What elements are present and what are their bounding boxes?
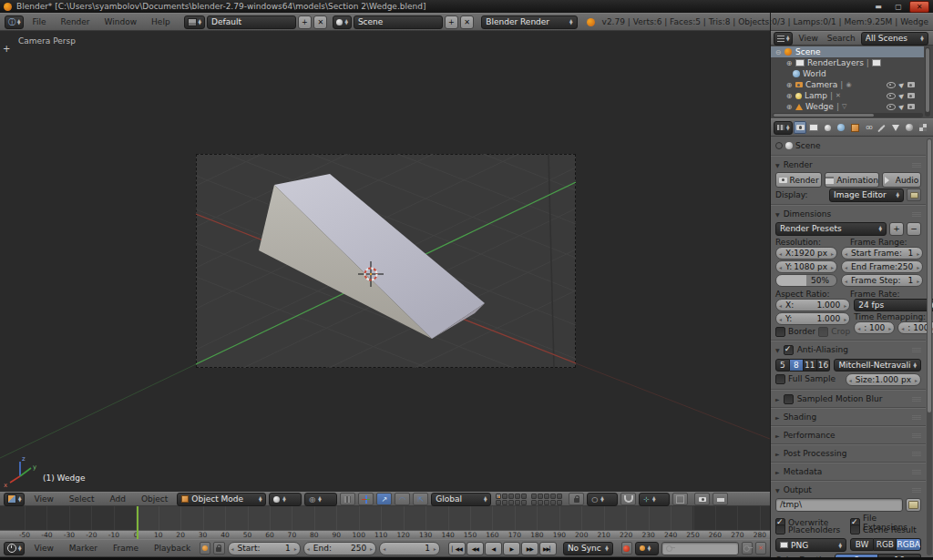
remap-old-field[interactable]: : 100: [854, 321, 895, 334]
menu-playback[interactable]: Playback: [148, 542, 197, 555]
manipulator-rotate-button[interactable]: ◠: [395, 493, 410, 505]
editor-type-info-button[interactable]: ⓘ: [5, 15, 24, 29]
tab-constraints[interactable]: oo: [862, 121, 875, 134]
restrict-select-icon[interactable]: ▶: [897, 80, 906, 89]
layer-toggle[interactable]: [538, 494, 543, 499]
pivot-align-toggle[interactable]: [340, 493, 355, 505]
add-scene-button[interactable]: +: [445, 15, 458, 29]
delete-keyframe-button[interactable]: ✕: [755, 542, 766, 555]
placeholders-checkbox[interactable]: [775, 524, 785, 535]
layer-toggle[interactable]: [502, 500, 508, 505]
tab-scene[interactable]: [821, 121, 834, 134]
menu-select[interactable]: Select: [63, 493, 101, 506]
color-mode-bw[interactable]: BW: [850, 538, 874, 551]
frame-step-field[interactable]: Frame Step:1: [841, 274, 923, 287]
outliner-item-lamp[interactable]: Lamp | ✕ ▶: [771, 90, 924, 101]
play-button[interactable]: ▶: [503, 542, 520, 555]
tab-object[interactable]: [848, 121, 861, 134]
outliner-item-world[interactable]: World: [771, 68, 924, 79]
panel-header-render[interactable]: Render: [775, 159, 921, 170]
snap-element-select[interactable]: ⊹: [639, 493, 670, 506]
editor-type-timeline-button[interactable]: [4, 542, 25, 555]
scene-icon-button[interactable]: [333, 15, 351, 29]
layer-toggle[interactable]: [531, 494, 537, 499]
opengl-render-anim-button[interactable]: [713, 493, 728, 505]
wedge-object[interactable]: [259, 174, 485, 339]
full-sample-checkbox[interactable]: [775, 374, 785, 384]
restrict-view-icon[interactable]: [887, 104, 896, 110]
snap-toggle[interactable]: [620, 493, 636, 505]
restrict-render-icon[interactable]: [907, 93, 915, 98]
panel-header-performance[interactable]: Performance: [775, 430, 921, 441]
pin-icon[interactable]: [775, 142, 783, 149]
layer-toggle[interactable]: [508, 494, 514, 499]
timeline-ruler[interactable]: -50-40-30-20-100102030405060708090100110…: [0, 530, 770, 539]
layer-toggle[interactable]: [531, 500, 537, 505]
mode-select[interactable]: Object Mode: [177, 493, 266, 506]
layer-toggle[interactable]: [496, 500, 501, 505]
jump-to-start-button[interactable]: ▏◀◀: [448, 542, 466, 555]
tab-texture[interactable]: [917, 121, 929, 134]
menu-file[interactable]: File: [26, 15, 52, 29]
render-engine-select[interactable]: Blender Render: [481, 15, 577, 29]
add-preset-button[interactable]: +: [889, 222, 904, 236]
layer-toggle[interactable]: [502, 494, 508, 499]
layer-toggle[interactable]: [521, 494, 527, 499]
expander-icon[interactable]: [785, 103, 793, 111]
output-path-field[interactable]: /tmp\: [775, 498, 903, 512]
end-frame-field[interactable]: End:250: [303, 542, 376, 555]
screen-layout-select[interactable]: Default: [207, 15, 296, 29]
restrict-select-icon[interactable]: ▶: [897, 102, 906, 111]
crop-checkbox[interactable]: [818, 327, 828, 337]
render-presets-select[interactable]: Render Presets: [775, 222, 887, 236]
menu-ol-view[interactable]: View: [795, 32, 821, 46]
panel-header-anti-aliasing[interactable]: Anti-Aliasing: [775, 344, 921, 355]
outliner-horizontal-scrollbar[interactable]: [773, 113, 923, 117]
layer-toggle[interactable]: [550, 500, 556, 505]
aspect-x-field[interactable]: X:1.000: [775, 299, 850, 311]
aa-size-field[interactable]: Size:1.000 px: [846, 373, 921, 386]
outliner-item-renderlayers[interactable]: RenderLayers |: [771, 57, 924, 68]
editor-type-properties-button[interactable]: [774, 121, 793, 135]
display-lock-button[interactable]: [907, 188, 921, 201]
play-reverse-button[interactable]: ◀: [485, 542, 502, 555]
opengl-render-image-button[interactable]: [694, 493, 710, 505]
outliner-vertical-scrollbar[interactable]: [925, 47, 930, 117]
border-checkbox[interactable]: [775, 327, 785, 337]
transform-orientation-select[interactable]: Global: [431, 493, 491, 506]
current-frame-field[interactable]: 1: [379, 542, 440, 555]
layer-toggle[interactable]: [521, 500, 527, 505]
layer-toggle[interactable]: [496, 494, 501, 499]
tab-render[interactable]: [794, 121, 806, 134]
anti-aliasing-checkbox[interactable]: [784, 345, 794, 355]
restrict-view-icon[interactable]: [887, 93, 896, 99]
region-toggle-plus[interactable]: +: [3, 44, 10, 54]
sync-mode-select[interactable]: No Sync: [563, 542, 613, 555]
menu-add[interactable]: Add: [104, 493, 132, 506]
outliner-item-camera[interactable]: Camera | ◉ ▶: [771, 79, 924, 90]
layer-toggle[interactable]: [557, 494, 562, 499]
3d-viewport[interactable]: z y x Camera Persp (1) Wedge +: [0, 31, 770, 492]
scrollbar-thumb[interactable]: [926, 48, 929, 112]
snap-target-toggle[interactable]: [672, 493, 688, 505]
add-layout-button[interactable]: +: [298, 15, 312, 29]
menu-object[interactable]: Object: [135, 493, 174, 506]
tab-data[interactable]: [889, 121, 902, 134]
layer-toggle[interactable]: [515, 494, 520, 499]
lock-to-scene-toggle[interactable]: [569, 493, 584, 505]
restrict-render-icon[interactable]: [907, 104, 915, 109]
menu-help[interactable]: Help: [145, 15, 177, 29]
manipulator-scale-button[interactable]: ⇱: [413, 493, 428, 505]
next-keyframe-button[interactable]: ▶▶: [521, 542, 538, 555]
current-frame-playhead[interactable]: [137, 506, 138, 539]
layer-toggle[interactable]: [538, 500, 543, 505]
layer-toggle[interactable]: [515, 500, 520, 505]
layer-toggle[interactable]: [508, 500, 514, 505]
end-frame-field[interactable]: End Frame:250: [841, 260, 923, 273]
manipulator-toggle[interactable]: [358, 493, 374, 505]
resolution-y-field[interactable]: Y:1080 px: [775, 260, 837, 273]
fps-select[interactable]: 24 fps: [854, 299, 933, 311]
panel-header-output[interactable]: Output: [775, 484, 921, 495]
browse-output-button[interactable]: [906, 498, 921, 512]
layer-toggle[interactable]: [544, 500, 549, 505]
